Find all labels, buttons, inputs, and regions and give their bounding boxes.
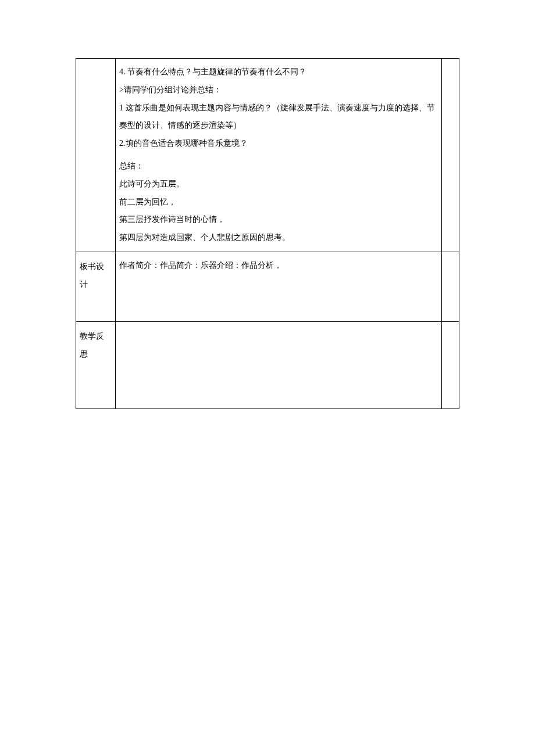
- table-row: 板书设计 作者简介：作品简介：乐器介绍：作品分析，: [76, 252, 459, 321]
- content-line: 2.填的音色适合表现哪种音乐意境？: [119, 135, 438, 153]
- content-line: 第三层抒发作诗当时的心情，: [119, 211, 438, 229]
- content-line: 前二层为回忆，: [119, 194, 438, 212]
- row-label-cell: 板书设计: [76, 252, 116, 321]
- content-line: 4. 节奏有什么特点？与主题旋律的节奏有什么不同？: [119, 63, 438, 81]
- table-row: 4. 节奏有什么特点？与主题旋律的节奏有什么不同？ >请同学们分组讨论并总结： …: [76, 59, 459, 252]
- row-content-cell: [116, 321, 442, 409]
- table-row: 教学反思: [76, 321, 459, 409]
- row-label-cell: [76, 59, 116, 252]
- row-right-cell: [442, 321, 459, 409]
- content-line: 此诗可分为五层。: [119, 175, 438, 194]
- content-line: >请同学们分组讨论并总结：: [119, 81, 438, 99]
- content-line: 第四层为对造成国家、个人悲剧之原因的思考。: [119, 229, 438, 247]
- spacer: [119, 153, 438, 157]
- lesson-plan-table: 4. 节奏有什么特点？与主题旋律的节奏有什么不同？ >请同学们分组讨论并总结： …: [76, 58, 459, 409]
- row-label-cell: 教学反思: [76, 321, 116, 409]
- row-label: 教学反思: [80, 332, 104, 359]
- content-line: 作者简介：作品简介：乐器介绍：作品分析，: [119, 257, 438, 275]
- row-label: 板书设计: [80, 262, 104, 289]
- content-line: 1 这首乐曲是如何表现主题内容与情感的？（旋律发展手法、演奏速度与力度的选择、节…: [119, 99, 438, 135]
- row-content-cell: 4. 节奏有什么特点？与主题旋律的节奏有什么不同？ >请同学们分组讨论并总结： …: [116, 59, 442, 252]
- row-right-cell: [442, 252, 459, 321]
- row-right-cell: [442, 59, 459, 252]
- content-line: 总结：: [119, 157, 438, 175]
- row-content-cell: 作者简介：作品简介：乐器介绍：作品分析，: [116, 252, 442, 321]
